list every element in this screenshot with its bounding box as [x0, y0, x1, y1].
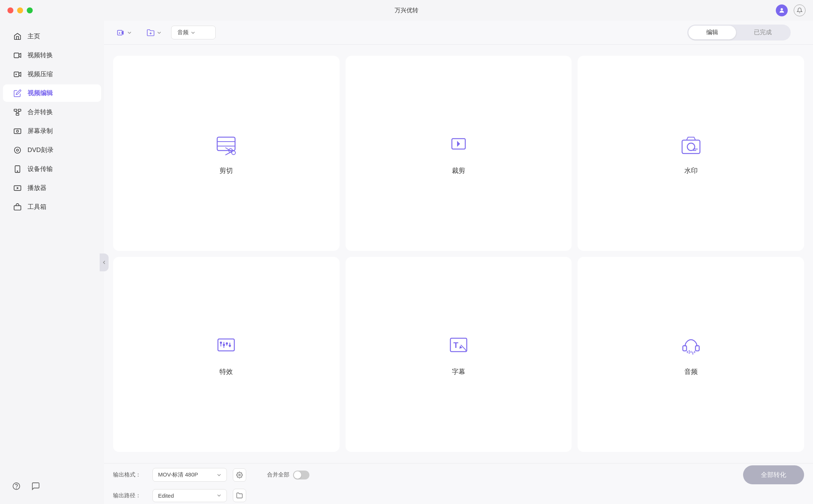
svg-point-13: [16, 130, 19, 132]
sidebar-item-video-compress[interactable]: 视频压缩: [3, 65, 101, 83]
svg-rect-9: [16, 113, 19, 115]
svg-point-14: [15, 147, 21, 153]
screen-record-icon: [13, 127, 22, 135]
app-title: 万兴优转: [395, 7, 418, 14]
merge-section: 合并全部: [267, 471, 309, 479]
help-icon[interactable]: [10, 480, 22, 492]
svg-point-63: [239, 474, 241, 476]
folder-open-icon[interactable]: [233, 489, 246, 502]
notification-icon[interactable]: [794, 4, 806, 16]
svg-point-47: [220, 342, 222, 344]
feature-card-effects[interactable]: 特效: [113, 257, 340, 452]
svg-rect-7: [14, 109, 17, 111]
svg-marker-19: [17, 187, 19, 189]
video-edit-icon: [13, 89, 22, 97]
video-compress-icon: [13, 70, 22, 78]
sidebar-item-video-convert[interactable]: 视频转换: [3, 46, 101, 64]
trim-label: 剪切: [219, 166, 233, 175]
tab-edit[interactable]: 编辑: [688, 26, 736, 39]
svg-rect-1: [14, 53, 19, 58]
sidebar-label-device-transfer: 设备传输: [28, 165, 53, 173]
svg-point-50: [229, 345, 231, 347]
format-settings-icon[interactable]: [233, 468, 246, 482]
sidebar-label-toolbox: 工具箱: [28, 203, 46, 211]
feature-card-crop[interactable]: 裁剪: [346, 56, 572, 251]
merge-label: 合并全部: [267, 471, 289, 478]
feature-card-watermark[interactable]: 水印: [578, 56, 804, 251]
svg-rect-8: [18, 109, 21, 111]
add-folder-icon: [147, 29, 155, 37]
chevron-down-icon: [191, 30, 195, 35]
svg-line-10: [16, 111, 18, 113]
watermark-label: 水印: [684, 166, 698, 175]
chevron-down-icon: [127, 30, 132, 35]
crop-label: 裁剪: [452, 166, 465, 175]
maximize-button[interactable]: [27, 7, 33, 13]
main-layout: 主页 视频转换 视频压缩: [0, 21, 813, 504]
svg-point-48: [223, 344, 225, 346]
close-button[interactable]: [7, 7, 13, 13]
svg-line-55: [465, 349, 466, 351]
sidebar-item-player[interactable]: 播放器: [3, 179, 101, 197]
sidebar-label-video-compress: 视频压缩: [28, 70, 53, 78]
merge-toggle[interactable]: [293, 471, 309, 479]
svg-marker-26: [122, 30, 124, 35]
effects-icon: [213, 333, 240, 360]
svg-point-49: [226, 342, 228, 345]
subtitles-label: 字幕: [452, 367, 465, 376]
sidebar-item-toolbox[interactable]: 工具箱: [3, 198, 101, 216]
svg-point-21: [13, 483, 20, 490]
sidebar-collapse-button[interactable]: [100, 253, 109, 271]
sidebar-label-player: 播放器: [28, 184, 46, 192]
sidebar-item-device-transfer[interactable]: 设备传输: [3, 160, 101, 178]
audio-select[interactable]: 音频: [171, 26, 216, 39]
chevron-down-icon: [157, 30, 161, 35]
toolbox-icon: [13, 203, 22, 211]
effects-label: 特效: [219, 367, 233, 376]
chevron-down-icon: [217, 493, 221, 498]
svg-rect-42: [218, 339, 234, 351]
watermark-icon: [678, 132, 704, 159]
feedback-icon[interactable]: [30, 480, 42, 492]
sidebar-label-merge-convert: 合并转换: [28, 108, 53, 116]
sidebar-label-video-edit: 视频编辑: [28, 89, 53, 97]
tab-switch: 编辑 已完成: [687, 25, 791, 41]
add-file-icon: [117, 29, 125, 37]
sidebar-item-merge-convert[interactable]: 合并转换: [3, 103, 101, 121]
feature-card-trim[interactable]: 剪切: [113, 56, 340, 251]
svg-rect-57: [695, 346, 699, 351]
add-file-button[interactable]: [112, 26, 137, 40]
tab-done[interactable]: 已完成: [736, 26, 790, 39]
add-folder-button[interactable]: [141, 26, 167, 40]
convert-all-button[interactable]: 全部转化: [743, 465, 804, 484]
audio-select-value: 音频: [177, 29, 189, 36]
audio-icon: [678, 333, 704, 360]
format-row: 输出格式： MOV-标清 480P 合并全部 全: [113, 465, 804, 484]
sidebar-bottom: [0, 474, 104, 498]
svg-point-17: [17, 171, 18, 171]
feature-card-subtitles[interactable]: T 字幕: [346, 257, 572, 452]
svg-marker-37: [457, 141, 460, 147]
sidebar-label-screen-record: 屏幕录制: [28, 127, 53, 135]
sidebar-item-home[interactable]: 主页: [3, 28, 101, 45]
user-avatar-icon[interactable]: [776, 4, 788, 16]
svg-rect-51: [450, 338, 467, 352]
svg-marker-2: [19, 53, 21, 57]
dvd-icon: [13, 146, 22, 154]
window-controls: [7, 7, 33, 13]
sidebar-item-dvd-burn[interactable]: DVD刻录: [3, 141, 101, 159]
format-value: MOV-标清 480P: [158, 471, 198, 478]
audio-label: 音频: [684, 367, 698, 376]
path-value: Edited: [158, 492, 174, 499]
path-select[interactable]: Edited: [152, 489, 227, 502]
svg-line-11: [17, 111, 20, 113]
sidebar-label-dvd-burn: DVD刻录: [28, 146, 54, 154]
format-select[interactable]: MOV-标清 480P: [152, 468, 227, 482]
sidebar-item-screen-record[interactable]: 屏幕录制: [3, 122, 101, 140]
minimize-button[interactable]: [17, 7, 23, 13]
title-bar-right: [776, 4, 806, 16]
merge-icon: [13, 108, 22, 116]
toolbar: 音频 编辑 已完成: [104, 21, 813, 45]
sidebar-item-video-edit[interactable]: 视频编辑: [3, 84, 101, 102]
feature-card-audio[interactable]: 音频: [578, 257, 804, 452]
